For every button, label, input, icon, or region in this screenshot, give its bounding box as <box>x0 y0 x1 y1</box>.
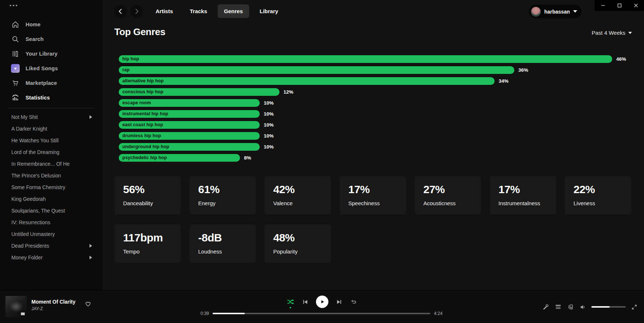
sidebar-item-search[interactable]: Search <box>0 32 103 46</box>
sidebar-item-marketplace[interactable]: Marketplace <box>0 76 103 90</box>
stat-value: 27% <box>423 183 472 196</box>
playlist-item[interactable]: Soulqarians, The Quest <box>0 205 103 217</box>
stat-label: Valence <box>273 200 322 206</box>
playlist-label: King Geedorah <box>11 196 46 202</box>
volume-slider[interactable] <box>591 306 626 308</box>
genre-bar-label: east coast hip hop <box>122 122 163 127</box>
genre-row: east coast hip hop10% <box>119 119 633 130</box>
genre-row: hip hop46% <box>119 53 633 64</box>
previous-button[interactable] <box>302 299 308 305</box>
lyrics-button[interactable] <box>542 303 549 311</box>
sidebar-item-label: Marketplace <box>26 80 57 86</box>
sidebar-item-liked-songs[interactable]: ♥Liked Songs <box>0 61 103 76</box>
sidebar-item-statistics[interactable]: Statistics <box>0 90 103 105</box>
connect-device-button[interactable] <box>567 303 574 311</box>
home-icon <box>11 20 20 29</box>
stat-card-liveness: 22%Liveness <box>565 176 631 215</box>
back-button[interactable] <box>114 5 127 18</box>
stat-value: 56% <box>123 183 172 196</box>
genre-bar-value: 10% <box>264 144 274 150</box>
play-icon <box>319 299 325 305</box>
tab-genres[interactable]: Genres <box>218 4 249 18</box>
sidebar-item-home[interactable]: Home <box>0 17 103 32</box>
playlist-label: Soulqarians, The Quest <box>11 208 65 214</box>
play-button[interactable] <box>316 296 328 308</box>
user-menu[interactable]: harbassan <box>529 5 582 18</box>
tab-artists[interactable]: Artists <box>149 4 179 18</box>
tab-tracks[interactable]: Tracks <box>184 4 214 18</box>
playlist-item[interactable]: Some Forma Chemistry <box>0 181 103 193</box>
secondary-controls <box>542 290 638 323</box>
sidebar-item-label: Your Library <box>26 51 58 57</box>
minimize-button[interactable] <box>595 0 611 11</box>
stat-label: Acousticness <box>423 200 472 206</box>
genre-bar[interactable]: escape room <box>119 99 260 107</box>
queue-button[interactable] <box>555 303 562 311</box>
fullscreen-button[interactable] <box>631 304 638 311</box>
shuffle-button[interactable] <box>286 298 294 306</box>
time-range-dropdown[interactable]: Past 4 Weeks <box>592 30 632 36</box>
queue-icon <box>555 303 562 311</box>
stat-label: Tempo <box>123 248 172 255</box>
next-icon <box>336 299 342 305</box>
statistics-icon <box>11 93 20 102</box>
genre-bar[interactable]: east coast hip hop <box>119 121 260 129</box>
stat-card-danceability: 56%Danceability <box>114 176 181 215</box>
forward-button[interactable] <box>130 5 143 18</box>
sidebar-item-label: Liked Songs <box>26 65 58 71</box>
genre-bar[interactable]: drumless hip hop <box>119 132 260 140</box>
playlist-item[interactable]: A Darker Knight <box>0 123 103 135</box>
volume-button[interactable] <box>579 304 586 311</box>
progress-fill <box>213 313 245 314</box>
genre-bar[interactable]: conscious hip hop <box>119 88 279 96</box>
track-title[interactable]: Moment Of Clarity <box>31 299 76 305</box>
playlist-item[interactable]: Money Folder <box>0 252 103 263</box>
progress-bar[interactable] <box>213 313 430 314</box>
playlist-item[interactable]: The Prince's Delusion <box>0 170 103 181</box>
stat-label: Energy <box>198 200 247 206</box>
playlist-item[interactable]: Dead Presidents <box>0 240 103 252</box>
playlist-list: Not My ShitA Darker KnightHe Watches You… <box>0 111 103 263</box>
sidebar-item-your-library[interactable]: Your Library <box>0 46 103 61</box>
genre-bar-label: conscious hip hop <box>122 89 163 94</box>
genre-bar-value: 10% <box>264 111 274 117</box>
sidebar-item-label: Statistics <box>26 95 50 101</box>
genre-bar[interactable]: hip hop <box>119 55 612 63</box>
genre-bar[interactable]: psychedelic hip hop <box>119 154 240 162</box>
genre-row: instrumental hip hop10% <box>119 108 633 119</box>
playlist-label: Not My Shit <box>11 114 38 120</box>
playlist-item[interactable]: Untitled Unmastery <box>0 228 103 240</box>
genre-bar[interactable]: instrumental hip hop <box>119 110 260 118</box>
liked-songs-icon: ♥ <box>11 64 20 73</box>
main-content: ArtistsTracksGenresLibrary harbassan Top… <box>103 0 644 290</box>
playlist-item[interactable]: In Remembrance... Of He <box>0 158 103 170</box>
next-button[interactable] <box>336 299 342 305</box>
playlist-label: Money Folder <box>11 255 43 260</box>
maximize-button[interactable] <box>611 0 628 11</box>
genre-row: psychedelic hip hop8% <box>119 152 633 163</box>
lyrics-mic-icon <box>542 303 549 311</box>
tab-library[interactable]: Library <box>254 4 285 18</box>
genre-bar[interactable]: underground hip hop <box>119 143 260 151</box>
stat-card-acousticness: 27%Acousticness <box>415 176 481 215</box>
track-artist[interactable]: JAY-Z <box>31 306 76 311</box>
genre-bar[interactable]: alternative hip hop <box>119 77 495 85</box>
stat-card-loudness: -8dBLoudness <box>190 224 256 263</box>
app-menu-icon[interactable]: ••• <box>9 2 19 8</box>
close-button[interactable] <box>628 0 644 11</box>
album-art[interactable] <box>5 296 27 317</box>
repeat-button[interactable] <box>350 298 357 305</box>
genre-bar-value: 10% <box>264 133 274 139</box>
sidebar: ••• HomeSearchYour Library♥Liked SongsMa… <box>0 0 103 290</box>
chevron-left-icon <box>117 8 124 15</box>
playlist-item[interactable]: IV: Resurrections <box>0 217 103 228</box>
playlist-item[interactable]: Lord of the Dreaming <box>0 146 103 158</box>
playlist-item[interactable]: Not My Shit <box>0 111 103 123</box>
genre-row: drumless hip hop10% <box>119 130 633 141</box>
genre-bar-label: psychedelic hip hop <box>122 155 167 160</box>
playlist-item[interactable]: King Geedorah <box>0 193 103 205</box>
like-button[interactable] <box>84 300 92 307</box>
playlist-item[interactable]: He Watches You Still <box>0 135 103 146</box>
sidebar-nav: HomeSearchYour Library♥Liked SongsMarket… <box>0 17 103 105</box>
genre-bar[interactable]: rap <box>119 66 514 74</box>
